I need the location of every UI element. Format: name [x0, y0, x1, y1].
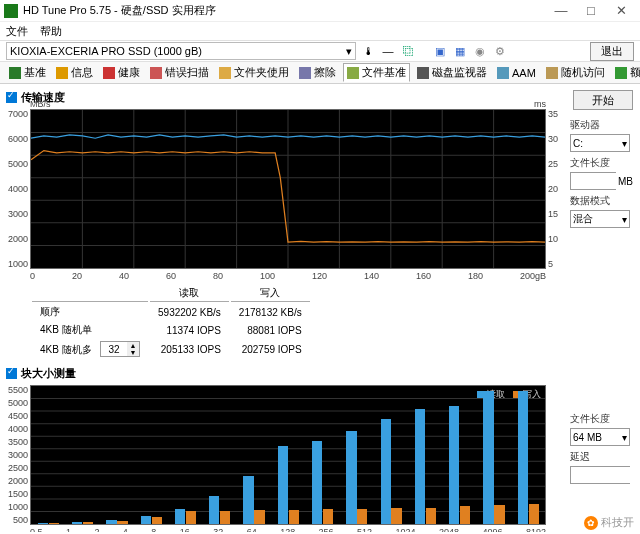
drive-field-label: 驱动器: [570, 118, 636, 132]
svg-rect-36: [415, 409, 425, 524]
tab-extra[interactable]: 额外测试: [612, 64, 640, 81]
results-table: 读取写入 顺序5932202 KB/s2178132 KB/s 4KB 随机单1…: [30, 283, 312, 360]
filelen2-select[interactable]: 64 MB▾: [570, 428, 630, 446]
tab-aam[interactable]: AAM: [494, 66, 539, 80]
svg-rect-35: [381, 419, 391, 524]
chevron-down-icon: ▾: [622, 138, 627, 149]
qd-spinner[interactable]: ▲▼: [100, 341, 140, 357]
svg-rect-37: [449, 406, 459, 524]
svg-rect-40: [49, 523, 59, 524]
svg-rect-31: [243, 476, 253, 524]
filelen-spinner[interactable]: ▲▼: [570, 172, 616, 190]
benchmark-icon: [9, 67, 21, 79]
svg-rect-26: [72, 522, 82, 524]
blocksize-chart: 读取 写入: [30, 385, 546, 525]
svg-rect-28: [141, 516, 151, 524]
tab-folder[interactable]: 文件夹使用: [216, 64, 292, 81]
blocksize-checkbox[interactable]: [6, 368, 17, 379]
c2-xaxis: 0.512481632641282565121024204840968192: [30, 527, 546, 532]
transfer-checkbox[interactable]: [6, 92, 17, 103]
c1-ylabel: MB/s: [30, 99, 51, 109]
settings-icon[interactable]: ⚙: [492, 43, 508, 59]
c1-yaxis-right: 3530252015105: [548, 109, 564, 269]
svg-rect-32: [278, 446, 288, 524]
blocksize-label: 块大小测量: [21, 366, 76, 381]
start-button[interactable]: 开始: [573, 90, 633, 110]
sidebar: 开始 驱动器 C:▾ 文件长度 ▲▼ MB 数据模式 混合▾ 文件长度 64 M…: [570, 84, 640, 532]
aam-icon: [497, 67, 509, 79]
table-row: 顺序5932202 KB/s2178132 KB/s: [32, 304, 310, 320]
titlebar: HD Tune Pro 5.75 - 硬盘/SSD 实用程序 — □ ✕: [0, 0, 640, 22]
delay-label: 延迟: [570, 450, 636, 464]
svg-rect-50: [391, 508, 401, 524]
random-icon: [546, 67, 558, 79]
svg-rect-41: [83, 522, 93, 524]
camera-icon[interactable]: ◉: [472, 43, 488, 59]
drive-letter-select[interactable]: C:▾: [570, 134, 630, 152]
svg-rect-43: [152, 517, 162, 524]
filelen-label: 文件长度: [570, 156, 636, 170]
c1-ylabel-r: ms: [534, 99, 546, 109]
minimize-button[interactable]: —: [546, 3, 576, 18]
transfer-chart: [30, 109, 546, 269]
svg-rect-33: [312, 441, 322, 524]
close-button[interactable]: ✕: [606, 3, 636, 18]
weibo-icon: ✿: [584, 516, 598, 530]
svg-rect-49: [357, 509, 367, 524]
tab-erase[interactable]: 擦除: [296, 64, 339, 81]
maximize-button[interactable]: □: [576, 3, 606, 18]
filelen2-label: 文件长度: [570, 412, 636, 426]
svg-rect-38: [483, 391, 493, 524]
tab-info[interactable]: 信息: [53, 64, 96, 81]
copy-icon[interactable]: ⿻: [400, 43, 416, 59]
tab-random[interactable]: 随机访问: [543, 64, 608, 81]
folder-icon: [219, 67, 231, 79]
exit-button[interactable]: 退出: [590, 42, 634, 61]
svg-rect-54: [529, 504, 539, 524]
watermark: ✿ 科技开: [584, 515, 634, 530]
tab-filebench[interactable]: 文件基准: [343, 63, 410, 82]
chevron-down-icon: ▾: [622, 214, 627, 225]
svg-rect-53: [494, 505, 504, 524]
erase-icon: [299, 67, 311, 79]
extra-icon: [615, 67, 627, 79]
save-icon[interactable]: ▣: [432, 43, 448, 59]
chevron-down-icon: ▾: [346, 45, 352, 58]
c2-yaxis: 5500500045004000350030002500200015001000…: [8, 385, 28, 525]
svg-rect-34: [346, 431, 356, 524]
svg-rect-52: [460, 506, 470, 524]
tab-benchmark[interactable]: 基准: [6, 64, 49, 81]
temp-icon[interactable]: 🌡: [360, 43, 376, 59]
svg-rect-45: [220, 511, 230, 524]
svg-rect-46: [254, 510, 264, 524]
info-icon: [56, 67, 68, 79]
menubar: 文件 帮助: [0, 22, 640, 40]
screenshot-icon[interactable]: ▦: [452, 43, 468, 59]
tab-errorscan[interactable]: 错误扫描: [147, 64, 212, 81]
tabbar: 基准 信息 健康 错误扫描 文件夹使用 擦除 文件基准 磁盘监视器 AAM 随机…: [0, 62, 640, 84]
menu-file[interactable]: 文件: [6, 24, 28, 39]
health-icon: [103, 67, 115, 79]
toolbar: KIOXIA-EXCERIA PRO SSD (1000 gB) ▾ 🌡 — ⿻…: [0, 40, 640, 62]
app-icon: [4, 4, 18, 18]
c1-xaxis: 020406080100120140160180200gB: [30, 271, 546, 281]
delay-spinner[interactable]: ▲▼: [570, 466, 630, 484]
drive-select[interactable]: KIOXIA-EXCERIA PRO SSD (1000 gB) ▾: [6, 42, 356, 60]
errorscan-icon: [150, 67, 162, 79]
svg-rect-29: [175, 509, 185, 524]
table-row: 4KB 随机多 ▲▼ 205133 IOPS202759 IOPS: [32, 340, 310, 358]
svg-rect-30: [209, 496, 219, 524]
mode-label: 数据模式: [570, 194, 636, 208]
mode-select[interactable]: 混合▾: [570, 210, 630, 228]
tab-health[interactable]: 健康: [100, 64, 143, 81]
tab-monitor[interactable]: 磁盘监视器: [414, 64, 490, 81]
table-row: 4KB 随机单11374 IOPS88081 IOPS: [32, 322, 310, 338]
menu-help[interactable]: 帮助: [40, 24, 62, 39]
svg-rect-25: [38, 523, 48, 524]
svg-rect-39: [518, 391, 528, 524]
svg-rect-48: [323, 509, 333, 524]
svg-rect-27: [106, 520, 116, 524]
window-title: HD Tune Pro 5.75 - 硬盘/SSD 实用程序: [23, 3, 546, 18]
filebench-icon: [347, 67, 359, 79]
svg-rect-47: [289, 510, 299, 524]
